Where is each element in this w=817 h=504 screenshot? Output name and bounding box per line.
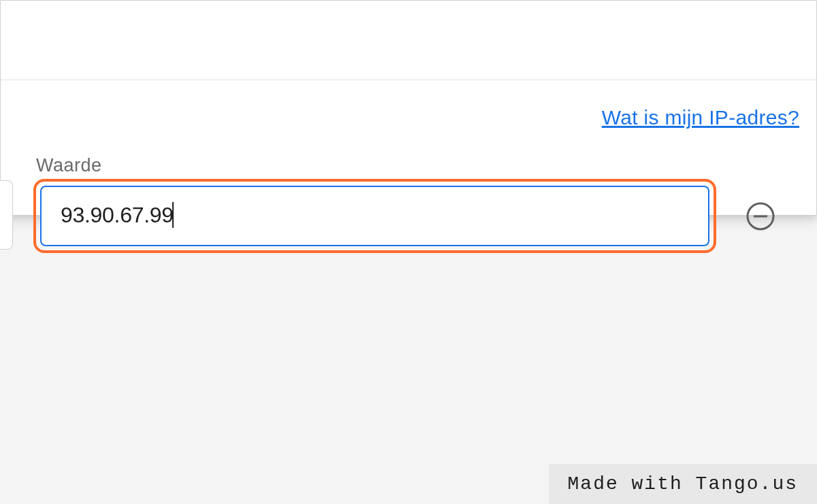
panel-content: Wat is mijn IP-adres? Waarde 93.90.67.99 [1,80,816,215]
value-field-label: Waarde [36,155,102,176]
adjacent-field-fragment [0,180,13,250]
panel-top-area [1,1,816,80]
what-is-my-ip-link[interactable]: Wat is mijn IP-adres? [602,106,799,129]
form-panel: Wat is mijn IP-adres? Waarde 93.90.67.99 [0,0,817,216]
value-input-text: 93.90.67.99 [61,203,174,230]
watermark-badge: Made with Tango.us [549,464,817,504]
value-input[interactable]: 93.90.67.99 [40,186,709,246]
minus-circle-icon [746,201,775,231]
remove-button[interactable] [744,200,777,233]
tutorial-highlight: 93.90.67.99 [33,179,716,253]
text-cursor [172,202,174,228]
